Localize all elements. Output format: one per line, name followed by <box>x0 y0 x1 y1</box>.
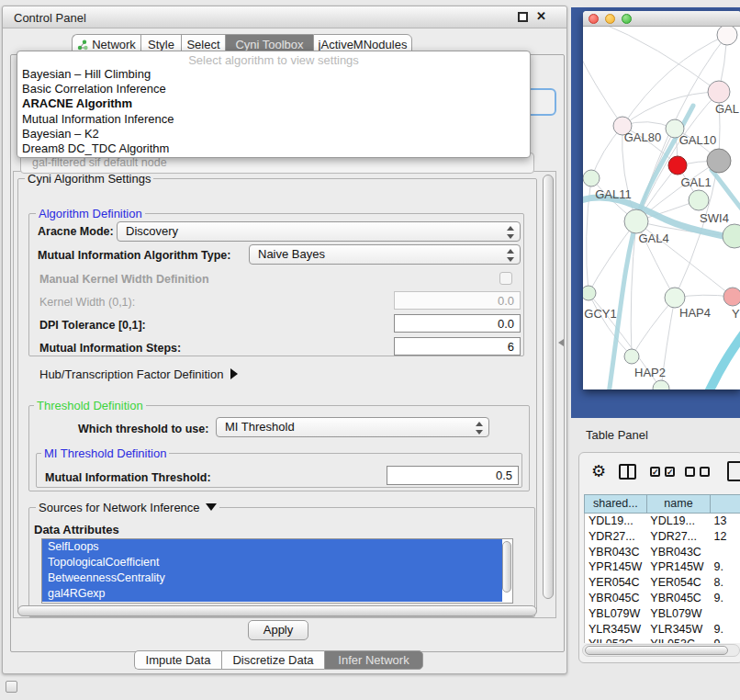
mac-minimize-icon[interactable] <box>605 14 615 24</box>
table-cell[interactable]: YBR043C <box>585 545 646 560</box>
network-node-gray[interactable] <box>707 149 731 173</box>
table-cell[interactable]: 13 <box>710 514 740 529</box>
file-icon[interactable] <box>727 461 740 481</box>
table-cell[interactable]: YIL053C <box>585 637 646 643</box>
table-cell[interactable]: YLR345W <box>646 622 710 638</box>
table-cell[interactable]: 9. <box>710 591 740 606</box>
split-panel-icon[interactable] <box>619 464 636 480</box>
table-cell[interactable]: YBR045C <box>646 591 710 606</box>
table-cell[interactable] <box>710 606 740 622</box>
table-horizontal-scrollbar[interactable] <box>582 644 740 657</box>
column-header[interactable] <box>710 494 740 514</box>
table-row[interactable]: YBL079WYBL079W <box>585 606 740 622</box>
table-hscroll-thumb[interactable] <box>585 646 728 655</box>
table-cell[interactable]: YER054C <box>585 575 646 591</box>
select-all-check-icon[interactable]: ✓ <box>665 467 675 477</box>
table-row[interactable]: YLR345WYLR345W9. <box>585 622 740 638</box>
vertical-scrollbar-thumb[interactable] <box>543 175 554 599</box>
splitter-collapse-icon[interactable] <box>558 339 564 346</box>
deselect-box-icon[interactable] <box>685 467 695 477</box>
network-node[interactable] <box>653 380 669 390</box>
list-item[interactable]: SelfLoops <box>42 539 502 555</box>
select-all-check-icon[interactable]: ✓ <box>650 467 660 477</box>
which-threshold-combo[interactable]: MI Threshold <box>216 417 489 437</box>
network-node[interactable] <box>624 349 639 364</box>
table-row[interactable]: YIL053CYIL053C9. <box>585 637 740 643</box>
aracne-mode-combo[interactable]: Discovery <box>117 221 521 242</box>
tab-infer-network[interactable]: Infer Network <box>324 650 423 670</box>
network-node[interactable] <box>665 288 685 308</box>
table-cell[interactable]: YBL079W <box>585 606 646 622</box>
tab-discretize-data[interactable]: Discretize Data <box>221 650 324 670</box>
network-node[interactable] <box>708 81 730 103</box>
float-panel-icon[interactable] <box>6 681 17 693</box>
table-cell[interactable]: 9. <box>710 637 740 643</box>
tab-impute-data[interactable]: Impute Data <box>134 650 221 670</box>
table-cell[interactable]: YPR145W <box>646 559 710 575</box>
network-node[interactable] <box>583 170 600 186</box>
group-title: Algorithm Definition <box>36 207 145 220</box>
table-cell[interactable]: YBL079W <box>646 606 710 622</box>
kernel-width-field[interactable]: 0.0 <box>394 291 521 310</box>
table-cell[interactable]: YPR145W <box>585 559 646 575</box>
network-node[interactable] <box>624 209 648 233</box>
mi-algorithm-type-combo[interactable]: Naive Bayes <box>249 244 521 265</box>
table-row[interactable]: YBR045CYBR045C9. <box>585 591 740 606</box>
close-window-icon[interactable]: ✕ <box>536 9 546 23</box>
hub-section-toggle[interactable]: Hub/Transcription Factor Definition <box>39 367 238 381</box>
list-item[interactable]: BetweennessCentrality <box>42 570 502 586</box>
dropdown-item[interactable]: Bayesian – K2 <box>17 127 530 141</box>
deselect-box-icon[interactable] <box>700 467 710 477</box>
restore-window-icon[interactable] <box>518 12 528 22</box>
control-panel-titlebar[interactable]: Control Panel ✕ <box>3 6 566 28</box>
column-header[interactable]: shared... <box>584 494 646 514</box>
manual-kernel-checkbox[interactable] <box>499 272 512 285</box>
table-cell[interactable]: YLR345W <box>585 622 646 638</box>
column-header[interactable]: name <box>646 494 711 514</box>
table-row[interactable]: YBR043CYBR043C <box>585 545 740 560</box>
table-row[interactable]: YDL19...YDL19...13 <box>585 514 740 529</box>
sources-toggle[interactable]: Sources for Network Inference <box>36 501 219 514</box>
table-cell[interactable]: YBR045C <box>585 591 646 606</box>
table-cell[interactable]: YDL19... <box>585 514 646 529</box>
table-cell[interactable]: 8. <box>710 575 740 591</box>
dpi-tolerance-field[interactable]: 0.0 <box>394 314 521 333</box>
horizontal-scrollbar-thumb[interactable] <box>17 605 537 616</box>
network-node[interactable] <box>717 27 737 45</box>
gear-icon[interactable]: ⚙ <box>591 461 606 481</box>
network-node[interactable] <box>689 190 709 210</box>
network-node[interactable] <box>723 288 740 306</box>
mi-threshold-field[interactable]: 0.5 <box>387 466 519 485</box>
dropdown-item-selected[interactable]: ARACNE Algorithm <box>17 96 530 111</box>
network-node[interactable] <box>583 286 596 300</box>
dropdown-item[interactable]: Mutual Information Inference <box>17 112 530 127</box>
mac-zoom-icon[interactable] <box>622 14 632 24</box>
dropdown-item[interactable]: Bayesian – Hill Climbing <box>17 67 530 82</box>
table-row[interactable]: YPR145WYPR145W9. <box>585 559 740 575</box>
dropdown-item[interactable]: Basic Correlation Inference <box>17 82 530 96</box>
list-item[interactable]: gal4RGexp <box>42 586 502 602</box>
table-cell[interactable]: YDR27... <box>585 529 646 545</box>
table-row[interactable]: YDR27...YDR27...12 <box>585 529 740 545</box>
network-node-selected[interactable] <box>668 156 687 175</box>
table-cell[interactable]: YIL053C <box>646 637 710 643</box>
table-cell[interactable]: YER054C <box>646 575 710 591</box>
dropdown-item[interactable]: Dream8 DC_TDC Algorithm <box>17 141 530 156</box>
list-scrollbar-thumb[interactable] <box>502 541 511 593</box>
table-cell[interactable]: 9. <box>710 622 740 638</box>
combo-value: Naive Bayes <box>258 247 325 261</box>
mac-close-icon[interactable] <box>589 14 599 24</box>
network-graph[interactable]: GAL GAL80 GAL10 GAL1 GAL11 SWI4 GAL4 GCY… <box>583 27 740 390</box>
table-cell[interactable]: YBR043C <box>646 545 710 560</box>
table-cell[interactable]: YDR27... <box>646 529 710 545</box>
network-window-titlebar[interactable] <box>583 11 740 27</box>
table-cell[interactable] <box>710 545 740 560</box>
table-cell[interactable]: YDL19... <box>646 514 710 529</box>
table-cell[interactable]: 12 <box>710 529 740 545</box>
mi-steps-field[interactable]: 6 <box>394 337 521 356</box>
table-cell[interactable]: 9. <box>710 559 740 575</box>
table-row[interactable]: YER054CYER054C8. <box>585 575 740 591</box>
network-node[interactable] <box>723 224 740 248</box>
apply-button[interactable]: Apply <box>248 620 308 640</box>
list-item[interactable]: TopologicalCoefficient <box>42 555 502 570</box>
